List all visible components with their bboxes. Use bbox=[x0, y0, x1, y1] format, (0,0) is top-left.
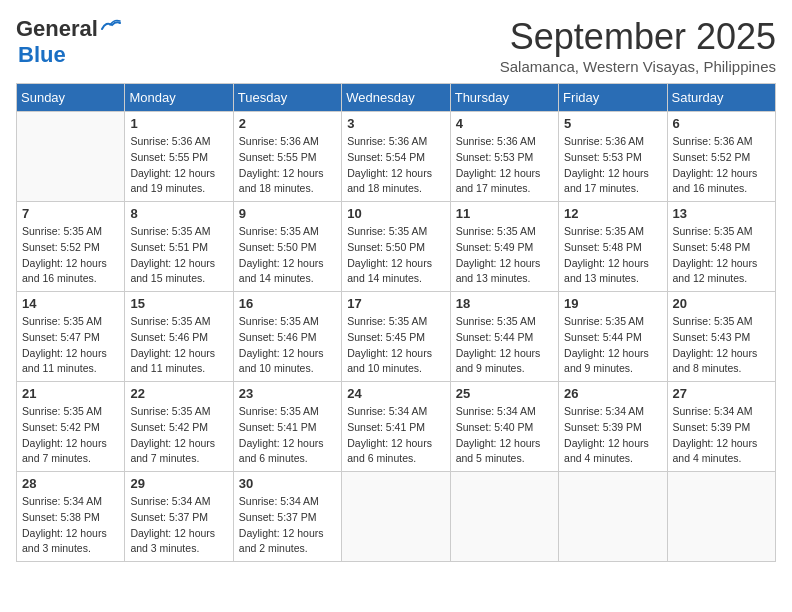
day-number: 27 bbox=[673, 386, 770, 401]
day-number: 29 bbox=[130, 476, 227, 491]
calendar-cell: 16Sunrise: 5:35 AMSunset: 5:46 PMDayligh… bbox=[233, 292, 341, 382]
calendar-cell: 30Sunrise: 5:34 AMSunset: 5:37 PMDayligh… bbox=[233, 472, 341, 562]
calendar-cell: 1Sunrise: 5:36 AMSunset: 5:55 PMDaylight… bbox=[125, 112, 233, 202]
day-number: 17 bbox=[347, 296, 444, 311]
calendar-cell: 18Sunrise: 5:35 AMSunset: 5:44 PMDayligh… bbox=[450, 292, 558, 382]
day-number: 21 bbox=[22, 386, 119, 401]
calendar-cell bbox=[17, 112, 125, 202]
day-info: Sunrise: 5:34 AMSunset: 5:41 PMDaylight:… bbox=[347, 404, 444, 467]
day-info: Sunrise: 5:36 AMSunset: 5:53 PMDaylight:… bbox=[456, 134, 553, 197]
calendar-cell: 11Sunrise: 5:35 AMSunset: 5:49 PMDayligh… bbox=[450, 202, 558, 292]
day-number: 16 bbox=[239, 296, 336, 311]
day-number: 23 bbox=[239, 386, 336, 401]
calendar-table: SundayMondayTuesdayWednesdayThursdayFrid… bbox=[16, 83, 776, 562]
day-info: Sunrise: 5:35 AMSunset: 5:46 PMDaylight:… bbox=[239, 314, 336, 377]
calendar-cell bbox=[667, 472, 775, 562]
calendar-cell: 20Sunrise: 5:35 AMSunset: 5:43 PMDayligh… bbox=[667, 292, 775, 382]
calendar-cell: 10Sunrise: 5:35 AMSunset: 5:50 PMDayligh… bbox=[342, 202, 450, 292]
calendar-cell: 14Sunrise: 5:35 AMSunset: 5:47 PMDayligh… bbox=[17, 292, 125, 382]
day-number: 26 bbox=[564, 386, 661, 401]
day-number: 6 bbox=[673, 116, 770, 131]
calendar-cell: 5Sunrise: 5:36 AMSunset: 5:53 PMDaylight… bbox=[559, 112, 667, 202]
calendar-cell: 15Sunrise: 5:35 AMSunset: 5:46 PMDayligh… bbox=[125, 292, 233, 382]
day-number: 20 bbox=[673, 296, 770, 311]
calendar-week-row: 1Sunrise: 5:36 AMSunset: 5:55 PMDaylight… bbox=[17, 112, 776, 202]
calendar-cell: 3Sunrise: 5:36 AMSunset: 5:54 PMDaylight… bbox=[342, 112, 450, 202]
day-info: Sunrise: 5:35 AMSunset: 5:51 PMDaylight:… bbox=[130, 224, 227, 287]
day-number: 28 bbox=[22, 476, 119, 491]
day-info: Sunrise: 5:36 AMSunset: 5:53 PMDaylight:… bbox=[564, 134, 661, 197]
weekday-header-tuesday: Tuesday bbox=[233, 84, 341, 112]
calendar-cell: 6Sunrise: 5:36 AMSunset: 5:52 PMDaylight… bbox=[667, 112, 775, 202]
day-info: Sunrise: 5:34 AMSunset: 5:40 PMDaylight:… bbox=[456, 404, 553, 467]
day-info: Sunrise: 5:35 AMSunset: 5:41 PMDaylight:… bbox=[239, 404, 336, 467]
calendar-week-row: 28Sunrise: 5:34 AMSunset: 5:38 PMDayligh… bbox=[17, 472, 776, 562]
weekday-header-monday: Monday bbox=[125, 84, 233, 112]
day-info: Sunrise: 5:35 AMSunset: 5:43 PMDaylight:… bbox=[673, 314, 770, 377]
calendar-cell: 9Sunrise: 5:35 AMSunset: 5:50 PMDaylight… bbox=[233, 202, 341, 292]
day-info: Sunrise: 5:35 AMSunset: 5:45 PMDaylight:… bbox=[347, 314, 444, 377]
day-number: 2 bbox=[239, 116, 336, 131]
day-info: Sunrise: 5:36 AMSunset: 5:55 PMDaylight:… bbox=[130, 134, 227, 197]
calendar-cell: 7Sunrise: 5:35 AMSunset: 5:52 PMDaylight… bbox=[17, 202, 125, 292]
calendar-cell: 22Sunrise: 5:35 AMSunset: 5:42 PMDayligh… bbox=[125, 382, 233, 472]
day-number: 3 bbox=[347, 116, 444, 131]
day-number: 7 bbox=[22, 206, 119, 221]
day-info: Sunrise: 5:35 AMSunset: 5:50 PMDaylight:… bbox=[239, 224, 336, 287]
day-number: 14 bbox=[22, 296, 119, 311]
day-number: 5 bbox=[564, 116, 661, 131]
weekday-header-thursday: Thursday bbox=[450, 84, 558, 112]
day-number: 8 bbox=[130, 206, 227, 221]
day-number: 18 bbox=[456, 296, 553, 311]
calendar-cell: 21Sunrise: 5:35 AMSunset: 5:42 PMDayligh… bbox=[17, 382, 125, 472]
logo: General Blue bbox=[16, 16, 122, 68]
day-info: Sunrise: 5:34 AMSunset: 5:39 PMDaylight:… bbox=[564, 404, 661, 467]
day-info: Sunrise: 5:35 AMSunset: 5:47 PMDaylight:… bbox=[22, 314, 119, 377]
day-info: Sunrise: 5:36 AMSunset: 5:55 PMDaylight:… bbox=[239, 134, 336, 197]
calendar-cell: 4Sunrise: 5:36 AMSunset: 5:53 PMDaylight… bbox=[450, 112, 558, 202]
day-number: 9 bbox=[239, 206, 336, 221]
calendar-cell: 23Sunrise: 5:35 AMSunset: 5:41 PMDayligh… bbox=[233, 382, 341, 472]
day-number: 13 bbox=[673, 206, 770, 221]
day-info: Sunrise: 5:35 AMSunset: 5:42 PMDaylight:… bbox=[130, 404, 227, 467]
calendar-cell bbox=[342, 472, 450, 562]
day-info: Sunrise: 5:35 AMSunset: 5:52 PMDaylight:… bbox=[22, 224, 119, 287]
calendar-cell: 26Sunrise: 5:34 AMSunset: 5:39 PMDayligh… bbox=[559, 382, 667, 472]
day-number: 22 bbox=[130, 386, 227, 401]
calendar-cell: 13Sunrise: 5:35 AMSunset: 5:48 PMDayligh… bbox=[667, 202, 775, 292]
day-info: Sunrise: 5:34 AMSunset: 5:38 PMDaylight:… bbox=[22, 494, 119, 557]
calendar-cell: 8Sunrise: 5:35 AMSunset: 5:51 PMDaylight… bbox=[125, 202, 233, 292]
day-info: Sunrise: 5:35 AMSunset: 5:49 PMDaylight:… bbox=[456, 224, 553, 287]
logo-blue: Blue bbox=[18, 42, 66, 68]
day-info: Sunrise: 5:35 AMSunset: 5:48 PMDaylight:… bbox=[564, 224, 661, 287]
day-number: 15 bbox=[130, 296, 227, 311]
weekday-header-saturday: Saturday bbox=[667, 84, 775, 112]
day-number: 24 bbox=[347, 386, 444, 401]
calendar-cell: 27Sunrise: 5:34 AMSunset: 5:39 PMDayligh… bbox=[667, 382, 775, 472]
day-number: 11 bbox=[456, 206, 553, 221]
page-header: General Blue September 2025 Salamanca, W… bbox=[16, 16, 776, 75]
calendar-cell bbox=[559, 472, 667, 562]
logo-general: General bbox=[16, 16, 98, 42]
day-info: Sunrise: 5:35 AMSunset: 5:46 PMDaylight:… bbox=[130, 314, 227, 377]
day-number: 4 bbox=[456, 116, 553, 131]
weekday-header-wednesday: Wednesday bbox=[342, 84, 450, 112]
day-number: 25 bbox=[456, 386, 553, 401]
calendar-cell: 25Sunrise: 5:34 AMSunset: 5:40 PMDayligh… bbox=[450, 382, 558, 472]
day-info: Sunrise: 5:35 AMSunset: 5:42 PMDaylight:… bbox=[22, 404, 119, 467]
logo-bird-icon bbox=[100, 19, 122, 35]
calendar-cell bbox=[450, 472, 558, 562]
day-info: Sunrise: 5:35 AMSunset: 5:44 PMDaylight:… bbox=[456, 314, 553, 377]
day-number: 12 bbox=[564, 206, 661, 221]
calendar-cell: 19Sunrise: 5:35 AMSunset: 5:44 PMDayligh… bbox=[559, 292, 667, 382]
calendar-cell: 24Sunrise: 5:34 AMSunset: 5:41 PMDayligh… bbox=[342, 382, 450, 472]
calendar-cell: 29Sunrise: 5:34 AMSunset: 5:37 PMDayligh… bbox=[125, 472, 233, 562]
calendar-week-row: 14Sunrise: 5:35 AMSunset: 5:47 PMDayligh… bbox=[17, 292, 776, 382]
day-number: 19 bbox=[564, 296, 661, 311]
day-info: Sunrise: 5:34 AMSunset: 5:39 PMDaylight:… bbox=[673, 404, 770, 467]
weekday-header-row: SundayMondayTuesdayWednesdayThursdayFrid… bbox=[17, 84, 776, 112]
weekday-header-friday: Friday bbox=[559, 84, 667, 112]
day-info: Sunrise: 5:36 AMSunset: 5:54 PMDaylight:… bbox=[347, 134, 444, 197]
calendar-cell: 28Sunrise: 5:34 AMSunset: 5:38 PMDayligh… bbox=[17, 472, 125, 562]
calendar-cell: 2Sunrise: 5:36 AMSunset: 5:55 PMDaylight… bbox=[233, 112, 341, 202]
